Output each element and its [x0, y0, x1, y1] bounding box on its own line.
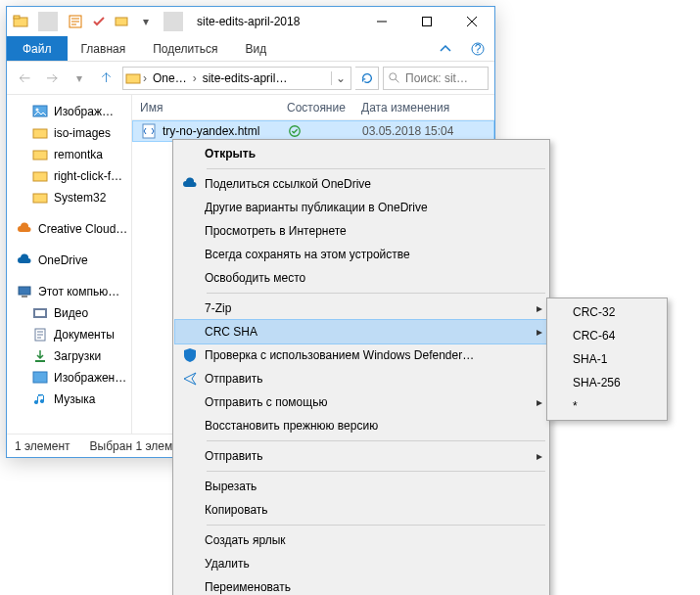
ctx-7zip[interactable]: 7-Zip▸ [175, 297, 547, 320]
folder-icon [32, 190, 48, 206]
titlebar: ▾ site-edits-april-2018 [7, 7, 494, 36]
music-icon [32, 391, 48, 407]
qat-dropdown-icon[interactable]: ▾ [136, 12, 156, 31]
qat-properties-icon[interactable] [66, 12, 85, 31]
tree-item-creative-cloud[interactable]: Creative Cloud… [7, 218, 131, 240]
submenu-arrow-icon: ▸ [532, 395, 547, 409]
folder-icon [125, 70, 141, 86]
tree-item-onedrive[interactable]: OneDrive [7, 250, 131, 271]
tree-item-documents[interactable]: Документы [7, 324, 131, 345]
address-bar: 🡠 🡢 ▾ 🡡 › One… › site-edits-april… ⌄ Пои… [7, 62, 494, 95]
nav-recent-dropdown[interactable]: ▾ [68, 67, 91, 90]
folder-icon [32, 168, 48, 184]
search-input[interactable]: Поиск: sit… [383, 67, 489, 90]
onedrive-icon [182, 176, 198, 192]
ctx-onedrive-other[interactable]: Другие варианты публикации в OneDrive [175, 196, 547, 219]
ctx-defender[interactable]: Проверка с использованием Windows Defend… [175, 343, 547, 367]
qat-checked-icon[interactable] [89, 12, 109, 31]
tree-item-rightclick[interactable]: right-click-f… [7, 165, 131, 187]
ctx-shortcut[interactable]: Создать ярлык [175, 528, 547, 552]
chevron-right-icon[interactable]: › [191, 71, 199, 85]
svg-rect-18 [35, 310, 45, 316]
ribbon-collapse-icon[interactable] [430, 36, 461, 61]
tree-item-thispc[interactable]: Этот компью… [7, 281, 131, 302]
maximize-button[interactable] [404, 7, 449, 36]
html-file-icon [141, 123, 157, 139]
window-title: site-edits-april-2018 [191, 15, 359, 28]
this-pc-icon [17, 284, 32, 299]
tree-item-downloads[interactable]: Загрузки [7, 345, 131, 367]
sub-crc64[interactable]: CRC-64 [549, 324, 665, 347]
search-icon [388, 71, 401, 85]
svg-rect-3 [116, 18, 127, 25]
svg-rect-20 [35, 360, 45, 362]
breadcrumb[interactable]: › One… › site-edits-april… ⌄ [122, 67, 351, 90]
folder-icon [32, 147, 48, 162]
ctx-always-keep[interactable]: Всегда сохранять на этом устройстве [175, 243, 547, 266]
ctx-cut[interactable]: Вырезать [175, 475, 547, 498]
tab-view[interactable]: Вид [231, 36, 280, 61]
breadcrumb-dropdown-icon[interactable]: ⌄ [331, 71, 349, 85]
svg-rect-16 [22, 296, 27, 298]
ctx-crc-sha[interactable]: CRC SHA▸ [175, 320, 547, 343]
tab-home[interactable]: Главная [68, 36, 140, 61]
tree-item-images2[interactable]: Изображен… [7, 367, 131, 389]
tab-file[interactable]: Файл [7, 36, 68, 61]
chevron-right-icon[interactable]: › [141, 71, 149, 85]
svg-text:?: ? [475, 42, 482, 56]
tree-item-music[interactable]: Музыка [7, 389, 131, 410]
defender-icon [182, 347, 198, 363]
svg-point-8 [390, 72, 397, 79]
ctx-restore[interactable]: Восстановить прежнюю версию [175, 414, 547, 437]
ctx-view-internet[interactable]: Просмотреть в Интернете [175, 219, 547, 243]
file-date: 03.05.2018 15:04 [354, 124, 493, 138]
breadcrumb-seg[interactable]: site-edits-april… [199, 71, 292, 85]
ctx-copy[interactable]: Копировать [175, 498, 547, 522]
tab-share[interactable]: Поделиться [139, 36, 231, 61]
share-icon [182, 371, 198, 387]
column-date[interactable]: Дата изменения [353, 101, 494, 114]
search-placeholder: Поиск: sit… [405, 71, 468, 85]
onedrive-icon [17, 252, 32, 268]
ctx-onedrive-share[interactable]: Поделиться ссылкой OneDrive [175, 172, 547, 196]
close-button[interactable] [449, 7, 494, 36]
sub-sha1[interactable]: SHA-1 [549, 347, 665, 371]
ctx-open[interactable]: Открыть [175, 142, 547, 165]
ctx-send-with[interactable]: Отправить с помощью▸ [175, 390, 547, 414]
tree-item-iso[interactable]: iso-images [7, 122, 131, 144]
sync-ok-icon [288, 124, 302, 138]
svg-point-10 [36, 109, 39, 112]
tree-item-video[interactable]: Видео [7, 302, 131, 324]
breadcrumb-seg[interactable]: One… [149, 71, 191, 85]
help-icon[interactable]: ? [461, 36, 494, 61]
tree-item-pictures[interactable]: Изображ… [7, 101, 131, 122]
nav-up-button[interactable]: 🡡 [95, 67, 118, 90]
svg-rect-11 [33, 129, 47, 138]
tree-item-system32[interactable]: System32 [7, 187, 131, 208]
ctx-delete[interactable]: Удалить [175, 552, 547, 575]
minimize-button[interactable] [359, 7, 404, 36]
svg-rect-22 [143, 124, 155, 138]
svg-rect-4 [423, 18, 432, 26]
ctx-rename[interactable]: Переименовать [175, 575, 547, 595]
video-icon [32, 305, 48, 321]
submenu-arrow-icon: ▸ [532, 301, 547, 315]
creative-cloud-icon [17, 221, 32, 237]
nav-back-button[interactable]: 🡠 [13, 67, 36, 90]
refresh-button[interactable] [355, 67, 379, 90]
sub-crc32[interactable]: CRC-32 [549, 300, 665, 324]
ctx-send-to[interactable]: Отправить▸ [175, 444, 547, 468]
svg-rect-13 [33, 172, 47, 181]
svg-rect-14 [33, 194, 47, 203]
tree-item-remontka[interactable]: remontka [7, 144, 131, 165]
nav-forward-button[interactable]: 🡢 [40, 67, 64, 90]
sub-sha256[interactable]: SHA-256 [549, 371, 665, 394]
sub-star[interactable]: * [549, 394, 665, 418]
ctx-free-space[interactable]: Освободить место [175, 266, 547, 290]
qat-new-folder-icon[interactable] [113, 12, 132, 31]
column-state[interactable]: Состояние [279, 101, 353, 114]
ctx-send[interactable]: Отправить [175, 367, 547, 390]
column-name[interactable]: Имя [132, 101, 279, 114]
submenu-arrow-icon: ▸ [532, 325, 547, 339]
nav-tree[interactable]: Изображ… iso-images remontka right-click… [7, 95, 132, 434]
